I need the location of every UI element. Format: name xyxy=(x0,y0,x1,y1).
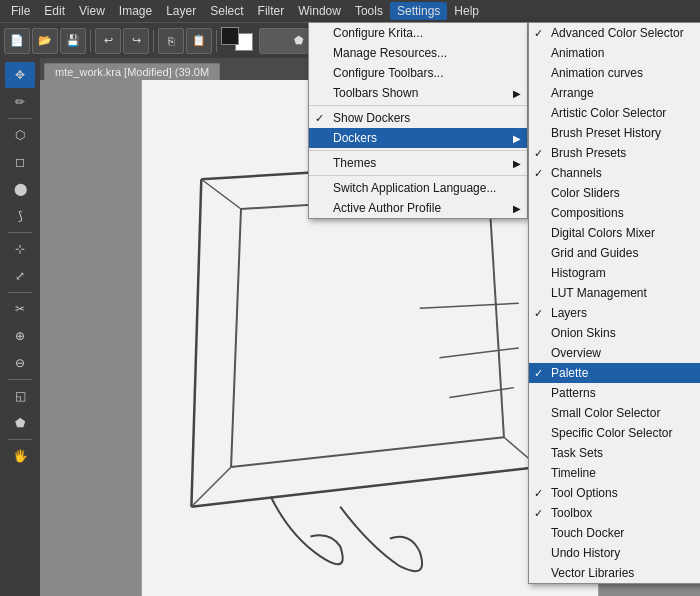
tool-zoom-in[interactable]: ⊕ xyxy=(5,323,35,349)
menu-file[interactable]: File xyxy=(4,2,37,20)
menu-filter[interactable]: Filter xyxy=(251,2,292,20)
docker-arrange[interactable]: Arrange xyxy=(529,83,700,103)
docker-timeline[interactable]: Timeline xyxy=(529,463,700,483)
docker-compositions[interactable]: Compositions xyxy=(529,203,700,223)
docker-tool-options[interactable]: ✓ Tool Options xyxy=(529,483,700,503)
check-icon: ✓ xyxy=(534,487,543,500)
tool-path[interactable]: ⟆ xyxy=(5,203,35,229)
tool-separator-5 xyxy=(8,439,32,440)
docker-animation-curves[interactable]: Animation curves xyxy=(529,63,700,83)
separator-1 xyxy=(90,30,91,52)
menu-edit[interactable]: Edit xyxy=(37,2,72,20)
paste-button[interactable]: 📋 xyxy=(186,28,212,54)
tool-pan[interactable]: 🖐 xyxy=(5,443,35,469)
tool-crop[interactable]: ✂ xyxy=(5,296,35,322)
docker-brush-preset-history[interactable]: Brush Preset History xyxy=(529,123,700,143)
menu-help[interactable]: Help xyxy=(447,2,486,20)
docker-toolbox[interactable]: ✓ Toolbox xyxy=(529,503,700,523)
docker-color-sliders[interactable]: Color Sliders xyxy=(529,183,700,203)
foreground-color[interactable] xyxy=(221,27,239,45)
redo-button[interactable]: ↪ xyxy=(123,28,149,54)
menu-select[interactable]: Select xyxy=(203,2,250,20)
left-toolbar: ✥ ✏ ⬡ ◻ ⬤ ⟆ ⊹ ⤢ ✂ ⊕ ⊖ ◱ ⬟ 🖐 xyxy=(0,58,40,596)
dockers-submenu: ✓ Advanced Color Selector Animation Anim… xyxy=(528,22,700,584)
check-icon: ✓ xyxy=(534,27,543,40)
save-button[interactable]: 💾 xyxy=(60,28,86,54)
docker-lut-management[interactable]: LUT Management xyxy=(529,283,700,303)
menu-toolbars-shown[interactable]: Toolbars Shown ▶ xyxy=(309,83,527,103)
tool-fill[interactable]: ⊹ xyxy=(5,236,35,262)
menu-tools[interactable]: Tools xyxy=(348,2,390,20)
menu-dockers[interactable]: Dockers ▶ xyxy=(309,128,527,148)
tool-transform[interactable]: ✥ xyxy=(5,62,35,88)
tool-ellipse[interactable]: ⬤ xyxy=(5,176,35,202)
tool-zoom-out[interactable]: ⊖ xyxy=(5,350,35,376)
docker-palette[interactable]: ✓ Palette xyxy=(529,363,700,383)
docker-digital-colors-mixer[interactable]: Digital Colors Mixer xyxy=(529,223,700,243)
tool-gradient[interactable]: ⤢ xyxy=(5,263,35,289)
color-selector[interactable] xyxy=(221,27,253,55)
tool-select-path[interactable]: ⬟ xyxy=(5,410,35,436)
tool-separator-3 xyxy=(8,292,32,293)
docker-overview[interactable]: Overview xyxy=(529,343,700,363)
menu-settings[interactable]: Settings xyxy=(390,2,447,20)
menu-layer[interactable]: Layer xyxy=(159,2,203,20)
menu-manage-resources[interactable]: Manage Resources... xyxy=(309,43,527,63)
menu-configure-toolbars[interactable]: Configure Toolbars... xyxy=(309,63,527,83)
open-button[interactable]: 📂 xyxy=(32,28,58,54)
menu-author-profile[interactable]: Active Author Profile ▶ xyxy=(309,198,527,218)
menu-window[interactable]: Window xyxy=(291,2,348,20)
arrow-icon-themes: ▶ xyxy=(513,158,521,169)
separator-3 xyxy=(216,30,217,52)
tool-rect[interactable]: ◻ xyxy=(5,149,35,175)
tool-multibrush[interactable]: ⬡ xyxy=(5,122,35,148)
tool-separator-1 xyxy=(8,118,32,119)
docker-undo-history[interactable]: Undo History xyxy=(529,543,700,563)
tool-select-rect[interactable]: ◱ xyxy=(5,383,35,409)
arrow-icon-author: ▶ xyxy=(513,203,521,214)
copy-button[interactable]: ⎘ xyxy=(158,28,184,54)
tool-separator-4 xyxy=(8,379,32,380)
docker-brush-presets[interactable]: ✓ Brush Presets xyxy=(529,143,700,163)
menu-show-dockers[interactable]: ✓ Show Dockers xyxy=(309,108,527,128)
tool-separator-2 xyxy=(8,232,32,233)
docker-vector-libraries[interactable]: Vector Libraries xyxy=(529,563,700,583)
arrow-icon-dockers: ▶ xyxy=(513,133,521,144)
docker-onion-skins[interactable]: Onion Skins xyxy=(529,323,700,343)
docker-advanced-color-selector[interactable]: ✓ Advanced Color Selector xyxy=(529,23,700,43)
menubar: File Edit View Image Layer Select Filter… xyxy=(0,0,700,22)
docker-task-sets[interactable]: Task Sets xyxy=(529,443,700,463)
settings-menu: Configure Krita... Manage Resources... C… xyxy=(308,22,528,219)
check-icon: ✓ xyxy=(534,307,543,320)
docker-artistic-color-selector[interactable]: Artistic Color Selector xyxy=(529,103,700,123)
docker-layers[interactable]: ✓ Layers xyxy=(529,303,700,323)
docker-small-color-selector[interactable]: Small Color Selector xyxy=(529,403,700,423)
check-icon: ✓ xyxy=(534,147,543,160)
arrow-icon: ▶ xyxy=(513,88,521,99)
menu-configure-krita[interactable]: Configure Krita... xyxy=(309,23,527,43)
check-icon: ✓ xyxy=(534,367,543,380)
docker-animation[interactable]: Animation xyxy=(529,43,700,63)
separator-2 xyxy=(153,30,154,52)
undo-button[interactable]: ↩ xyxy=(95,28,121,54)
docker-touch-docker[interactable]: Touch Docker xyxy=(529,523,700,543)
docker-histogram[interactable]: Histogram xyxy=(529,263,700,283)
menu-sep-3 xyxy=(309,175,527,176)
menu-themes[interactable]: Themes ▶ xyxy=(309,153,527,173)
docker-channels[interactable]: ✓ Channels xyxy=(529,163,700,183)
menu-image[interactable]: Image xyxy=(112,2,159,20)
tool-freehand[interactable]: ✏ xyxy=(5,89,35,115)
docker-patterns[interactable]: Patterns xyxy=(529,383,700,403)
check-icon: ✓ xyxy=(534,507,543,520)
menu-switch-language[interactable]: Switch Application Language... xyxy=(309,178,527,198)
menu-sep-2 xyxy=(309,150,527,151)
menu-view[interactable]: View xyxy=(72,2,112,20)
canvas-tab[interactable]: mte_work.kra [Modified] (39.0M xyxy=(44,63,220,80)
check-icon: ✓ xyxy=(315,112,324,125)
docker-grid-and-guides[interactable]: Grid and Guides xyxy=(529,243,700,263)
check-icon: ✓ xyxy=(534,167,543,180)
new-button[interactable]: 📄 xyxy=(4,28,30,54)
docker-specific-color-selector[interactable]: Specific Color Selector xyxy=(529,423,700,443)
menu-sep-1 xyxy=(309,105,527,106)
